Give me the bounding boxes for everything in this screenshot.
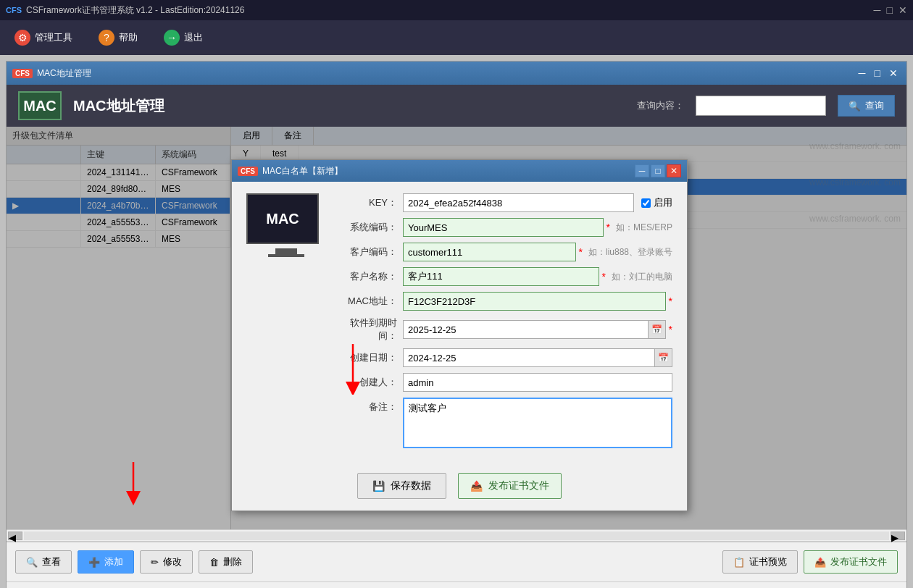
customer-name-hint: 如：刘工的电脑 (612, 271, 672, 283)
scroll-left-btn[interactable]: ◀ (8, 532, 22, 540)
preview-button[interactable]: 📋 证书预览 (722, 550, 798, 574)
status-bar: File: ··· (7, 581, 906, 588)
enabled-checkbox-area: 启用 (641, 196, 672, 209)
notes-row: 备注： (338, 398, 672, 448)
view-icon: 🔍 (26, 557, 38, 568)
required-star: * (669, 295, 672, 307)
key-input[interactable] (403, 193, 634, 212)
required-star: * (606, 222, 610, 233)
modal-minimize[interactable]: ─ (635, 164, 649, 177)
customer-code-row: 客户编码： * 如：liu888、登录账号 (338, 243, 672, 261)
customer-name-label: 客户名称： (338, 270, 403, 283)
query-label: 查询内容： (637, 99, 684, 112)
mac-input[interactable] (403, 292, 666, 311)
customer-name-input[interactable] (403, 267, 599, 286)
query-input[interactable] (696, 96, 826, 116)
modal-icon: CFS (238, 167, 258, 176)
main-window: CFS MAC地址管理 ─ □ ✕ MAC MAC地址管理 查询内容： 🔍 查询… (6, 61, 907, 588)
modal-body: MAC KEY： 启用 (232, 182, 687, 466)
app-icon: CFS (6, 6, 22, 14)
customer-code-input[interactable] (403, 243, 576, 261)
expiry-calendar-btn[interactable]: 📅 (649, 320, 666, 339)
search-icon: 🔍 (849, 101, 861, 112)
modal-dialog: CFS MAC白名单【新增】 ─ □ ✕ MAC (231, 159, 688, 511)
delete-button[interactable]: 🗑 删除 (199, 550, 253, 574)
view-button[interactable]: 🔍 查看 (15, 550, 72, 574)
modal-mac-icon-area: MAC (246, 193, 326, 454)
enabled-checkbox[interactable] (641, 198, 651, 208)
menu-exit-label: 退出 (184, 31, 203, 44)
created-label: 创建日期： (338, 351, 403, 364)
bottom-toolbar: 🔍 查看 ➕ 添加 ✏ 修改 🗑 删除 📋 证书预览 📤 发布证书文件 (7, 541, 906, 581)
app-title: CSFramework证书管理系统 v1.2 - LastEdition:202… (26, 4, 244, 17)
query-button[interactable]: 🔍 查询 (838, 95, 895, 117)
manage-icon: ⚙ (14, 30, 30, 46)
modal-mac-display: MAC (246, 193, 319, 244)
created-date-input[interactable] (403, 348, 655, 367)
inner-header: MAC MAC地址管理 查询内容： 🔍 查询 (7, 85, 906, 127)
customer-code-label: 客户编码： (338, 245, 403, 259)
edit-icon: ✏ (151, 557, 159, 568)
menu-bar: ⚙ 管理工具 ? 帮助 → 退出 (0, 20, 913, 55)
delete-label: 删除 (223, 555, 242, 568)
publish-cert-button[interactable]: 📤 发布证书文件 (804, 550, 898, 574)
creator-row: 创建人： (338, 373, 672, 392)
menu-help[interactable]: ? 帮助 (93, 27, 143, 49)
expiry-label: 软件到期时间： (338, 316, 403, 343)
publish-icon: 📤 (470, 480, 483, 492)
created-date-wrap: 📅 (403, 348, 672, 367)
add-label: 添加 (104, 555, 123, 568)
required-star: * (579, 246, 583, 258)
notes-textarea[interactable] (403, 398, 672, 448)
inner-maximize[interactable]: □ (872, 67, 883, 79)
monitor-base (268, 254, 304, 257)
edit-button[interactable]: ✏ 修改 (140, 550, 193, 574)
modal-title-bar[interactable]: CFS MAC白名单【新增】 ─ □ ✕ (232, 160, 687, 182)
mac-logo: MAC (18, 91, 62, 120)
add-button[interactable]: ➕ 添加 (78, 550, 134, 574)
created-calendar-btn[interactable]: 📅 (655, 348, 672, 367)
required-star: * (602, 271, 606, 282)
minimize-btn[interactable]: ─ (874, 4, 881, 16)
save-button[interactable]: 💾 保存数据 (357, 473, 446, 499)
required-star: * (669, 324, 672, 335)
modal-maximize[interactable]: □ (651, 164, 665, 177)
inner-close[interactable]: ✕ (886, 67, 901, 79)
mac-row: MAC地址： * (338, 292, 672, 311)
modal-close[interactable]: ✕ (667, 164, 681, 177)
view-label: 查看 (42, 555, 61, 568)
creator-input[interactable] (403, 373, 672, 392)
menu-manage[interactable]: ⚙ 管理工具 (9, 27, 78, 49)
modal-footer: 💾 保存数据 📤 发布证书文件 (232, 466, 687, 511)
inner-title-text: MAC地址管理 (37, 67, 91, 80)
expiry-date-input[interactable] (403, 320, 649, 339)
system-code-row: 系统编码： * 如：MES/ERP (338, 218, 672, 237)
system-code-label: 系统编码： (338, 221, 403, 234)
inner-header-title: MAC地址管理 (73, 96, 164, 116)
publish-button[interactable]: 📤 发布证书文件 (458, 473, 562, 499)
exit-icon: → (164, 30, 180, 46)
title-bar: CFS CSFramework证书管理系统 v1.2 - LastEdition… (0, 0, 913, 20)
add-icon: ➕ (88, 557, 100, 568)
maximize-btn[interactable]: □ (887, 4, 893, 16)
horizontal-scrollbar[interactable]: ◀ ▶ (7, 529, 906, 541)
key-row: KEY： 启用 (338, 193, 672, 212)
mac-label: MAC地址： (338, 295, 403, 308)
modal-title-text: MAC白名单【新增】 (262, 165, 343, 177)
monitor-stand (275, 248, 297, 254)
inner-title-controls: ─ □ ✕ (856, 67, 901, 79)
enabled-label: 启用 (654, 196, 672, 209)
edit-label: 修改 (163, 555, 182, 568)
publish-cert-icon: 📤 (814, 557, 826, 568)
menu-exit[interactable]: → 退出 (158, 27, 209, 49)
close-btn[interactable]: ✕ (899, 4, 907, 16)
scroll-right-btn[interactable]: ▶ (891, 532, 905, 540)
modal-form: KEY： 启用 系统编码： * 如：MES/ERP (338, 193, 672, 454)
system-code-input[interactable] (403, 218, 604, 237)
title-bar-controls: ─ □ ✕ (874, 4, 907, 16)
content-area: 升级包文件清单 主键 系统编码 2024_1311412fd... CSFram… (7, 127, 906, 529)
scroll-track[interactable] (24, 532, 889, 540)
help-icon: ? (99, 30, 114, 46)
inner-minimize[interactable]: ─ (856, 67, 869, 79)
delete-icon: 🗑 (209, 557, 219, 568)
